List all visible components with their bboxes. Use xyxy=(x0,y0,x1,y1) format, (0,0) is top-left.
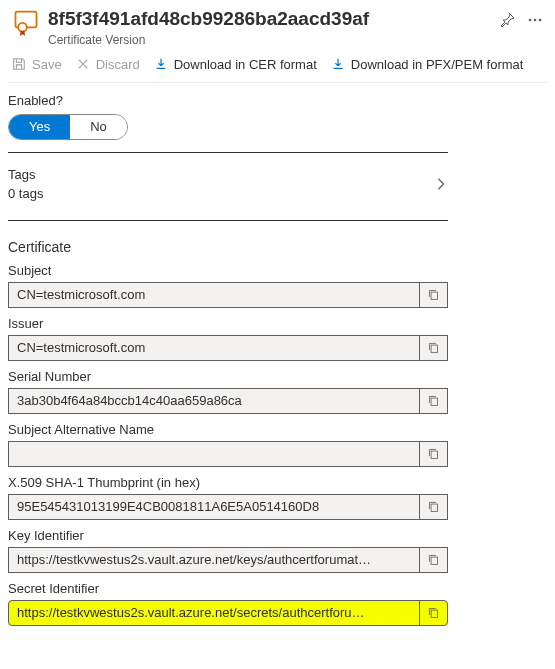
save-label: Save xyxy=(32,57,62,72)
subject-field: CN=testmicrosoft.com xyxy=(8,282,448,308)
keyid-field: https://testkvwestus2s.vault.azure.net/k… xyxy=(8,547,448,573)
issuer-label: Issuer xyxy=(8,316,547,331)
download-cer-label: Download in CER format xyxy=(174,57,317,72)
enabled-label: Enabled? xyxy=(8,93,547,108)
page-title: 8f5f3f491afd48cb99286ba2aacd39af xyxy=(48,8,499,31)
page-subtitle: Certificate Version xyxy=(48,33,499,47)
discard-button[interactable]: Discard xyxy=(76,57,140,72)
copy-button[interactable] xyxy=(419,336,447,360)
svg-rect-10 xyxy=(431,557,438,564)
secretid-value: https://testkvwestus2s.vault.azure.net/s… xyxy=(9,605,419,620)
san-field xyxy=(8,441,448,467)
download-pfx-button[interactable]: Download in PFX/PEM format xyxy=(331,57,524,72)
copy-button[interactable] xyxy=(419,601,447,625)
svg-point-2 xyxy=(529,19,532,22)
command-bar: Save Discard Download in CER format Down… xyxy=(0,47,555,82)
download-cer-button[interactable]: Download in CER format xyxy=(154,57,317,72)
tags-row[interactable]: Tags 0 tags xyxy=(8,161,448,208)
copy-button[interactable] xyxy=(419,548,447,572)
certificate-icon xyxy=(12,8,40,36)
svg-rect-6 xyxy=(431,345,438,352)
divider xyxy=(8,220,448,221)
certificate-heading: Certificate xyxy=(8,239,547,255)
download-icon xyxy=(331,57,345,71)
thumbprint-value: 95E545431013199E4CB0081811A6E5A0514160D8 xyxy=(9,499,419,514)
discard-icon xyxy=(76,57,90,71)
download-icon xyxy=(154,57,168,71)
thumbprint-label: X.509 SHA-1 Thumbprint (in hex) xyxy=(8,475,547,490)
subject-label: Subject xyxy=(8,263,547,278)
thumbprint-field: 95E545431013199E4CB0081811A6E5A0514160D8 xyxy=(8,494,448,520)
pin-icon[interactable] xyxy=(499,12,515,28)
more-icon[interactable] xyxy=(527,12,543,28)
keyid-label: Key Identifier xyxy=(8,528,547,543)
svg-point-4 xyxy=(539,19,542,22)
save-button[interactable]: Save xyxy=(12,57,62,72)
copy-button[interactable] xyxy=(419,442,447,466)
secretid-label: Secret Identifier xyxy=(8,581,547,596)
tags-label: Tags xyxy=(8,165,43,185)
serial-label: Serial Number xyxy=(8,369,547,384)
svg-rect-7 xyxy=(431,398,438,405)
secretid-field: https://testkvwestus2s.vault.azure.net/s… xyxy=(8,600,448,626)
enabled-yes-option[interactable]: Yes xyxy=(9,115,70,139)
keyid-value: https://testkvwestus2s.vault.azure.net/k… xyxy=(9,552,419,567)
subject-value: CN=testmicrosoft.com xyxy=(9,287,419,302)
discard-label: Discard xyxy=(96,57,140,72)
divider xyxy=(8,152,448,153)
enabled-toggle: Yes No xyxy=(8,114,547,140)
save-icon xyxy=(12,57,26,71)
svg-rect-9 xyxy=(431,504,438,511)
svg-rect-11 xyxy=(431,610,438,617)
serial-field: 3ab30b4f64a84bccb14c40aa659a86ca xyxy=(8,388,448,414)
svg-rect-8 xyxy=(431,451,438,458)
issuer-field: CN=testmicrosoft.com xyxy=(8,335,448,361)
svg-rect-5 xyxy=(431,292,438,299)
page-header: 8f5f3f491afd48cb99286ba2aacd39af Certifi… xyxy=(0,0,555,47)
tags-count: 0 tags xyxy=(8,184,43,204)
svg-point-3 xyxy=(534,19,537,22)
chevron-right-icon xyxy=(434,177,448,191)
serial-value: 3ab30b4f64a84bccb14c40aa659a86ca xyxy=(9,393,419,408)
download-pfx-label: Download in PFX/PEM format xyxy=(351,57,524,72)
san-label: Subject Alternative Name xyxy=(8,422,547,437)
enabled-no-option[interactable]: No xyxy=(70,115,127,139)
copy-button[interactable] xyxy=(419,283,447,307)
copy-button[interactable] xyxy=(419,495,447,519)
svg-point-1 xyxy=(18,23,27,32)
issuer-value: CN=testmicrosoft.com xyxy=(9,340,419,355)
copy-button[interactable] xyxy=(419,389,447,413)
